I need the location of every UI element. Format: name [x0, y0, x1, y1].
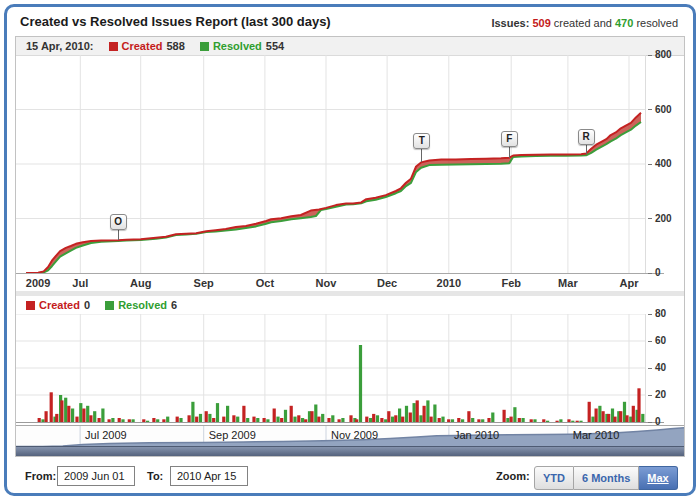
- legend2-created-value: 0: [84, 299, 90, 311]
- from-date-input[interactable]: [57, 466, 135, 486]
- created-bar: [423, 406, 426, 422]
- resolved-bar: [331, 415, 334, 422]
- daily-chart-plot[interactable]: [16, 314, 646, 422]
- from-label: From:: [25, 470, 56, 482]
- daily-chart-axis-line: [16, 422, 664, 423]
- created-bar: [232, 415, 235, 422]
- resolved-bar: [359, 345, 362, 422]
- y-axis-tick: [648, 218, 652, 219]
- flag-marker-o[interactable]: O: [110, 214, 127, 230]
- issues-summary-suffix: resolved: [636, 17, 678, 29]
- x-axis-label: Sep: [194, 277, 214, 289]
- resolved-bar: [314, 405, 317, 423]
- resolved-bar: [405, 406, 408, 422]
- to-label: To:: [147, 470, 163, 482]
- flag-stem: [509, 147, 510, 158]
- x-axis-label: Nov: [316, 277, 337, 289]
- zoom-ytd-button[interactable]: YTD: [534, 466, 574, 490]
- resolved-bar: [101, 409, 104, 423]
- y-axis-tick: [648, 164, 652, 165]
- y-axis-tick: [648, 109, 652, 110]
- chart-panel: 15 Apr, 2010: Created588 Resolved554 OTF…: [15, 36, 685, 457]
- zoom-6months-button[interactable]: 6 Months: [574, 466, 639, 490]
- to-date-input[interactable]: [170, 466, 248, 486]
- daily-chart-legend: Created0 Resolved6: [16, 296, 684, 314]
- y-axis-label: 60: [655, 335, 666, 346]
- x-axis-label: 2010: [437, 277, 461, 289]
- resolved-bar: [376, 415, 379, 422]
- resolved-bar: [419, 415, 422, 422]
- resolved-bar: [433, 405, 436, 423]
- zoom-max-button[interactable]: Max: [639, 466, 677, 490]
- navigator-label: Jan 2010: [454, 429, 499, 441]
- resolved-bar: [79, 403, 82, 422]
- y-axis-tick: [648, 368, 652, 369]
- created-bar: [273, 409, 276, 423]
- created-bar: [602, 411, 605, 422]
- created-bar: [467, 411, 470, 422]
- flag-marker-r[interactable]: R: [578, 129, 595, 145]
- x-axis-label: 2009: [26, 277, 50, 289]
- created-bar: [632, 406, 635, 422]
- flag-marker-t[interactable]: T: [413, 133, 430, 149]
- created-bar: [503, 410, 506, 422]
- cumulative-chart-svg[interactable]: [16, 55, 646, 273]
- issues-summary-mid: created and: [554, 17, 612, 29]
- issues-created-count: 509: [532, 17, 550, 29]
- resolved-bar: [321, 414, 324, 422]
- resolved-bar: [71, 409, 74, 423]
- flag-stem: [118, 230, 119, 240]
- created-swatch-icon: [26, 301, 35, 310]
- created-line: [26, 113, 641, 273]
- created-bar: [82, 409, 85, 423]
- daily-chart-svg[interactable]: [16, 314, 646, 422]
- cumulative-chart-x-axis: 2009JulAugSepOctNovDec2010FebMarApr: [16, 273, 664, 292]
- resolved-bar: [226, 406, 229, 422]
- y-axis-label: 400: [655, 158, 672, 169]
- y-axis-tick: [648, 273, 652, 274]
- created-bar: [89, 415, 92, 422]
- legend-resolved-label: Resolved: [213, 40, 262, 52]
- y-axis-label: 200: [655, 213, 672, 224]
- resolved-bar: [598, 406, 601, 422]
- resolved-bar: [64, 398, 67, 422]
- resolved-swatch-icon: [105, 301, 114, 310]
- y-axis-label: 800: [655, 49, 672, 60]
- created-bar: [310, 411, 313, 422]
- resolved-line: [26, 122, 641, 273]
- y-axis-tick: [648, 422, 652, 423]
- issues-summary: Issues: 509 created and 470 resolved: [491, 17, 678, 29]
- created-bar: [297, 415, 300, 422]
- timeline-navigator[interactable]: Jul 2009Sep 2009Nov 2009Jan 2010Mar 2010: [16, 425, 684, 456]
- backlog-fill-area: [26, 113, 641, 273]
- flag-stem: [421, 149, 422, 162]
- created-bar: [595, 409, 598, 423]
- resolved-bar: [208, 414, 211, 422]
- navigator-scrollbar[interactable]: [16, 446, 684, 456]
- resolved-bar: [86, 406, 89, 422]
- legend-created-value: 588: [167, 40, 185, 52]
- created-swatch-icon: [109, 42, 118, 51]
- created-bar: [619, 411, 622, 422]
- cumulative-chart-plot[interactable]: OTFR: [16, 55, 646, 273]
- page-title: Created vs Resolved Issues Report (last …: [20, 14, 331, 29]
- main-chart-legend: 15 Apr, 2010: Created588 Resolved554: [16, 37, 684, 56]
- created-bar: [55, 414, 58, 422]
- x-axis-label: Aug: [130, 277, 151, 289]
- x-axis-label: Apr: [620, 277, 639, 289]
- resolved-bar: [426, 400, 429, 422]
- flag-marker-f[interactable]: F: [501, 131, 518, 147]
- created-bar: [387, 411, 390, 422]
- created-bar: [637, 388, 640, 422]
- navigator-label: Jul 2009: [85, 429, 127, 441]
- created-bar: [349, 415, 352, 422]
- x-axis-label: Jul: [72, 277, 88, 289]
- created-bar: [394, 415, 397, 422]
- y-axis-tick: [648, 341, 652, 342]
- legend2-resolved-value: 6: [171, 299, 177, 311]
- created-bar: [588, 402, 591, 422]
- flag-stem: [586, 145, 587, 154]
- x-axis-label: Feb: [501, 277, 521, 289]
- navigator-label: Nov 2009: [331, 429, 378, 441]
- x-axis-label: Mar: [558, 277, 578, 289]
